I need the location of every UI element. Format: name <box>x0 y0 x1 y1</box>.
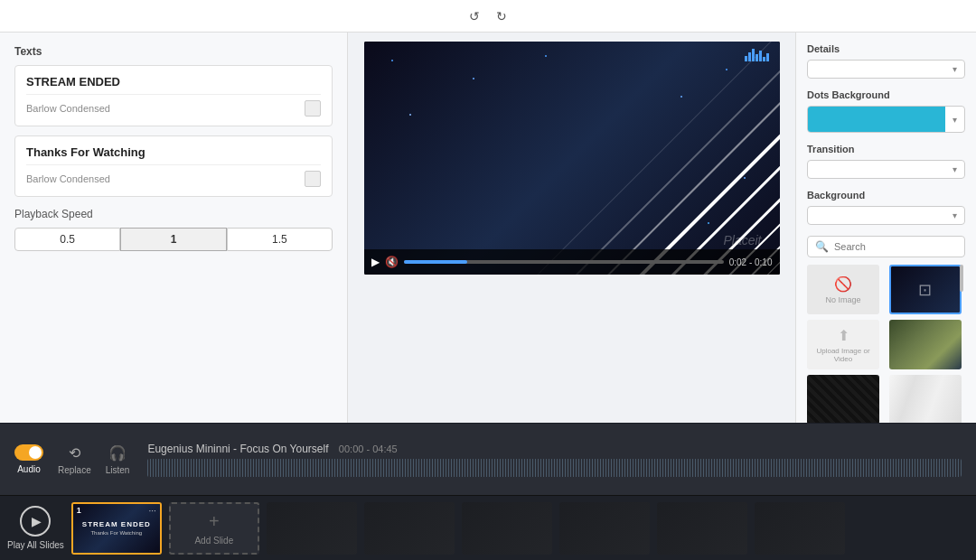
dots-bg-dropdown-arrow: ▾ <box>945 115 964 125</box>
search-row: 🔍 <box>807 236 965 257</box>
ghost-slide-5 <box>657 502 747 555</box>
details-label: Details <box>807 43 965 54</box>
transition-dropdown-arrow: ▾ <box>953 164 957 174</box>
image-grid: 🚫 No Image ⊡ ⬆ Upload Image or Video <box>807 265 965 423</box>
redo-button[interactable]: ↻ <box>492 6 511 26</box>
slide-1-menu[interactable]: ··· <box>148 506 155 516</box>
ghost-slide-1 <box>267 502 357 555</box>
search-icon: 🔍 <box>815 240 829 253</box>
transition-dropdown[interactable]: ▾ <box>807 160 965 179</box>
ghost-slide-6 <box>755 502 845 555</box>
text-card-1-title: STREAM ENDED <box>26 75 321 89</box>
background-label: Background <box>807 190 965 201</box>
background-dropdown[interactable]: ▾ <box>807 206 965 225</box>
main-layout: Texts STREAM ENDED Barlow Condensed Than… <box>0 33 976 423</box>
track-waveform <box>147 459 962 477</box>
search-input[interactable] <box>834 241 959 252</box>
dark-texture-thumb[interactable] <box>807 375 879 423</box>
video-controls: ▶ 🔇 0:02 - 0:10 <box>364 249 780 275</box>
scrollbar[interactable] <box>960 265 963 292</box>
play-all-circle: ▶ <box>20 506 51 537</box>
upload-thumb[interactable]: ⬆ Upload Image or Video <box>807 320 879 369</box>
playback-label: Playback Speed <box>14 208 333 220</box>
track-name: Eugenius Mininni - Focus On Yourself 00:… <box>147 443 962 455</box>
progress-fill <box>404 260 468 264</box>
dots-bg-label: Dots Background <box>807 89 965 100</box>
dots-bg-color <box>808 107 945 132</box>
left-panel: Texts STREAM ENDED Barlow Condensed Than… <box>0 33 348 423</box>
ghost-slide-4 <box>559 502 650 555</box>
watermark: Placeit <box>723 233 761 247</box>
text-card-2-font: Barlow Condensed <box>26 164 321 187</box>
add-slide-button[interactable]: + Add Slide <box>169 502 259 555</box>
dots-bg-dropdown[interactable]: ▾ <box>807 106 965 133</box>
speed-05-button[interactable]: 0.5 <box>14 228 120 251</box>
toggle-knob <box>29 446 42 459</box>
slide-1-num: 1 <box>77 506 81 515</box>
undo-button[interactable]: ↺ <box>465 6 484 26</box>
playback-section: Playback Speed 0.5 1 1.5 <box>14 208 333 251</box>
audio-switch[interactable] <box>14 444 43 461</box>
right-panel: Details ▾ Dots Background ▾ Transition ▾… <box>795 33 976 423</box>
font-swatch-1[interactable] <box>305 100 321 117</box>
text-card-2: Thanks For Watching Barlow Condensed <box>14 135 333 197</box>
text-card-1: STREAM ENDED Barlow Condensed <box>14 65 333 126</box>
background-dropdown-arrow: ▾ <box>953 210 957 220</box>
speed-buttons: 0.5 1 1.5 <box>14 228 333 251</box>
selected-thumb[interactable]: ⊡ <box>889 265 962 314</box>
transition-label: Transition <box>807 144 965 154</box>
text-card-2-title: Thanks For Watching <box>26 145 321 159</box>
eq-display <box>745 49 769 61</box>
white-marble-thumb[interactable] <box>889 375 962 423</box>
text-card-1-font: Barlow Condensed <box>26 94 321 117</box>
center-area: Placeit ▶ 🔇 <box>348 33 795 423</box>
progress-bar[interactable] <box>404 260 724 264</box>
details-dropdown[interactable]: ▾ <box>807 60 965 79</box>
video-bg: Placeit <box>364 42 780 275</box>
slide-strip: ▶ Play All Slides STREAM ENDED Thanks Fo… <box>0 495 976 560</box>
slide-1-thumb[interactable]: STREAM ENDED Thanks For Watching 1 ··· <box>71 502 162 555</box>
add-plus-icon: + <box>209 511 220 532</box>
ghost-slide-2 <box>364 502 455 555</box>
details-dropdown-arrow: ▾ <box>953 64 957 74</box>
speed-1-button[interactable]: 1 <box>120 228 226 251</box>
replace-button[interactable]: ⟲ Replace <box>58 444 91 475</box>
bottom-bar: Audio ⟲ Replace 🎧 Listen Eugenius Mininn… <box>0 423 976 495</box>
top-toolbar: ↺ ↻ <box>0 0 976 33</box>
play-all-button[interactable]: ▶ Play All Slides <box>7 506 64 550</box>
font-swatch-2[interactable] <box>305 171 321 187</box>
audio-toggle[interactable]: Audio <box>14 444 43 474</box>
texts-label: Texts <box>14 45 333 58</box>
volume-button[interactable]: 🔇 <box>385 256 399 268</box>
no-image-thumb[interactable]: 🚫 No Image <box>807 265 879 314</box>
slide-1-content: STREAM ENDED Thanks For Watching <box>73 504 160 553</box>
track-info: Eugenius Mininni - Focus On Yourself 00:… <box>147 443 962 477</box>
time-display: 0:02 - 0:10 <box>729 257 773 267</box>
city-aerial-thumb[interactable] <box>889 320 962 369</box>
ghost-slide-3 <box>462 502 552 555</box>
speed-15-button[interactable]: 1.5 <box>227 228 333 251</box>
audio-controls: Audio ⟲ Replace 🎧 Listen <box>14 444 129 475</box>
video-preview: Placeit ▶ 🔇 <box>364 42 780 275</box>
listen-button[interactable]: 🎧 Listen <box>106 444 130 475</box>
play-button[interactable]: ▶ <box>371 256 380 268</box>
